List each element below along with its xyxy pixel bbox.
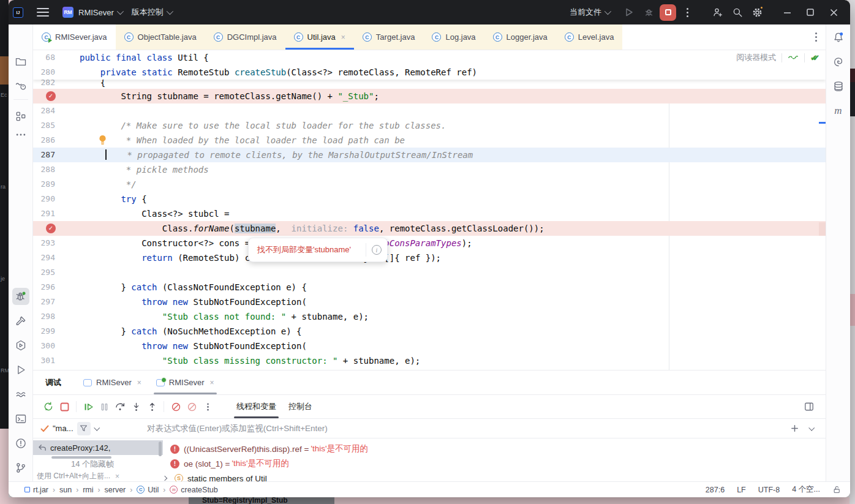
code-line[interactable]: 280 private static RemoteStub createStub… xyxy=(33,65,826,80)
gutter[interactable]: 282 xyxy=(33,80,80,89)
intention-bulb-icon[interactable] xyxy=(98,135,107,145)
gutter[interactable]: 289 xyxy=(33,177,80,192)
editor-tab-level-java[interactable]: CLevel.java xyxy=(556,24,623,50)
search-icon[interactable] xyxy=(729,4,746,21)
gutter[interactable]: 293 xyxy=(33,236,80,250)
tool-window-button-debugger[interactable] xyxy=(12,288,29,305)
tool-window-button-maven[interactable]: m xyxy=(830,102,847,119)
editor-tab-target-java[interactable]: CTarget.java xyxy=(354,24,424,50)
rerun-debug-button[interactable] xyxy=(40,399,56,415)
project-selector[interactable]: RMISever xyxy=(73,6,127,20)
breadcrumb-item[interactable]: rt.jar xyxy=(24,486,48,494)
filter-funnel-icon[interactable] xyxy=(77,422,91,435)
gutter[interactable]: 295 xyxy=(33,265,80,280)
code-line[interactable]: 294 return (RemoteStub) cons.newInstance… xyxy=(33,250,826,265)
encoding-widget[interactable]: UTF-8 xyxy=(758,486,780,494)
resume-program-button[interactable] xyxy=(80,399,96,415)
watch-row[interactable]: !((UnicastServerRef)this.disp).ref = 'th… xyxy=(170,442,826,456)
code-line[interactable]: 284 xyxy=(33,103,826,118)
breadcrumb-item[interactable]: CUtil xyxy=(137,486,159,494)
frame-item-selected[interactable]: createProxy:142, xyxy=(33,440,163,455)
evaluate-expression-input[interactable]: 对表达式求值(Enter)或添加监视(Ctrl+Shift+Enter) xyxy=(137,423,790,434)
gutter[interactable]: 301 xyxy=(33,353,80,368)
code-line[interactable]: 68public final class Util { xyxy=(33,50,826,65)
error-stripe-caret-mark[interactable] xyxy=(819,122,826,124)
tab-close-icon[interactable]: × xyxy=(341,33,345,42)
code-line[interactable]: 290 try { xyxy=(33,192,826,206)
debug-session-tab[interactable]: RMISever× xyxy=(149,370,222,394)
vcs-menu[interactable]: 版本控制 xyxy=(127,4,176,20)
stop-button[interactable] xyxy=(660,4,676,21)
debug-button[interactable] xyxy=(640,4,657,21)
tool-window-button-bell[interactable] xyxy=(830,29,847,46)
code-line[interactable]: ✓ Class.forName(stubname, initialize: fa… xyxy=(33,221,826,236)
add-watch-icon[interactable] xyxy=(790,424,799,433)
indent-widget[interactable]: 4 个空... xyxy=(792,484,820,495)
code-line[interactable]: 295 xyxy=(33,265,826,280)
code-line[interactable]: 289 */ xyxy=(33,177,826,192)
breakpoint-icon[interactable]: ✓ xyxy=(46,91,56,101)
gutter[interactable]: 291 xyxy=(33,206,80,221)
code-editor[interactable]: ✓ String stubname = remoteClass.getName(… xyxy=(33,50,826,370)
maximize-button[interactable] xyxy=(800,3,821,21)
more-debug-actions-button[interactable] xyxy=(200,399,216,415)
editor-tab-log-java[interactable]: CLog.java xyxy=(423,24,484,50)
stop-debug-button[interactable] xyxy=(56,399,72,415)
code-line[interactable]: 285 /* Make sure to use the local stub l… xyxy=(33,118,826,133)
gutter[interactable]: 285 xyxy=(33,118,80,133)
tool-window-button-terminal[interactable] xyxy=(12,410,29,427)
inspections-ok-icon[interactable]: ✔✔ xyxy=(810,53,819,62)
view-tab[interactable]: 线程和变量 xyxy=(230,395,282,418)
settings-gear-icon[interactable] xyxy=(748,4,766,21)
gutter[interactable]: 280 xyxy=(33,65,80,80)
code-line[interactable]: ✓ String stubname = remoteClass.getName(… xyxy=(33,89,826,103)
gutter[interactable]: ✓ xyxy=(33,221,80,236)
gutter[interactable]: 290 xyxy=(33,192,80,206)
gutter[interactable]: 287 xyxy=(33,148,80,162)
code-vision-icon[interactable] xyxy=(788,53,799,62)
gutter[interactable]: 297 xyxy=(33,295,80,309)
gutter[interactable]: 284 xyxy=(33,103,80,118)
tool-window-button-more-tools[interactable] xyxy=(12,126,29,143)
expand-icon[interactable] xyxy=(808,425,815,431)
tool-window-button-ai-assistant[interactable] xyxy=(830,53,847,70)
layout-settings-button[interactable] xyxy=(801,399,817,415)
unlocked-icon[interactable] xyxy=(832,485,842,494)
gutter[interactable]: 286 xyxy=(33,133,80,148)
code-line[interactable]: 297 throw new StubNotFoundException( xyxy=(33,295,826,309)
run-button[interactable] xyxy=(620,4,638,21)
tool-window-button-project-folder[interactable] xyxy=(12,53,29,70)
view-tab[interactable]: 控制台 xyxy=(282,395,318,418)
code-line[interactable]: 300 throw new StubNotFoundException( xyxy=(33,339,826,353)
code-line[interactable]: 288 * pickle methods xyxy=(33,162,826,177)
gutter[interactable]: 300 xyxy=(33,339,80,353)
code-line[interactable]: 298 "Stub class not found: " + stubname,… xyxy=(33,309,826,324)
tab-close-icon[interactable]: × xyxy=(210,378,214,387)
editor-tab-rmisever-java[interactable]: CRMISever.java xyxy=(33,24,116,50)
breadcrumb-item[interactable]: sun xyxy=(59,486,72,494)
gutter[interactable]: 296 xyxy=(33,280,80,295)
step-into-button[interactable] xyxy=(128,399,144,415)
line-separator-widget[interactable]: LF xyxy=(737,486,746,494)
tool-window-button-commit-waves[interactable] xyxy=(12,386,29,403)
watch-row[interactable]: Sstatic members of Util xyxy=(170,471,826,481)
code-line[interactable]: 293 Constructor<?> cons = stubcl.getCons… xyxy=(33,236,826,250)
hidden-frames-label[interactable]: 14 个隐藏帧 xyxy=(71,459,114,470)
editor-tab-util-java[interactable]: CUtil.java× xyxy=(285,24,354,50)
tool-window-button-run[interactable] xyxy=(12,361,29,378)
editor-tab-dgcimpl-java[interactable]: CDGCImpl.java xyxy=(205,24,285,50)
gutter[interactable]: 288 xyxy=(33,162,80,177)
tool-window-button-structure[interactable] xyxy=(12,108,29,125)
chevron-down-icon[interactable] xyxy=(94,425,100,431)
reader-mode-toggle[interactable]: 阅读器模式 xyxy=(736,52,776,63)
thread-selector[interactable]: "ma... xyxy=(33,422,137,435)
gutter[interactable]: ✓ xyxy=(33,89,80,103)
run-config-selector[interactable]: 当前文件 xyxy=(565,4,614,20)
tool-window-button-git-branch[interactable] xyxy=(12,459,29,476)
gutter[interactable]: 68 xyxy=(33,50,80,65)
editor-tab-objecttable-java[interactable]: CObjectTable.java xyxy=(116,24,205,50)
code-line[interactable]: 301 "Stub class missing constructor: " +… xyxy=(33,353,826,368)
code-line[interactable]: 287 * propagated to remote clients, by t… xyxy=(33,148,826,162)
code-with-me-icon[interactable] xyxy=(709,4,726,21)
breakpoint-icon[interactable]: ✓ xyxy=(46,224,56,233)
